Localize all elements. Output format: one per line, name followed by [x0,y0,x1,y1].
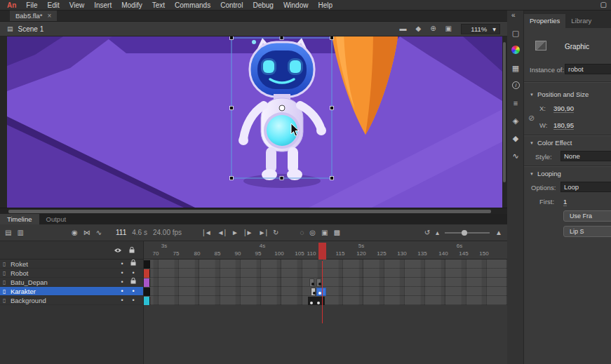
stage-horizontal-scrollbar[interactable] [0,208,507,214]
frame-span-robot[interactable] [144,269,150,278]
lip-sync-button[interactable]: Lip S [563,226,611,237]
selected-frames[interactable] [316,288,326,296]
horizontal-scroll-thumb[interactable] [8,210,491,213]
lock-icon[interactable] [129,243,135,256]
layer-lock-icon[interactable] [128,259,139,268]
history-graph-panel-icon[interactable]: ∿ [507,151,524,161]
menu-commands[interactable]: Commands [170,0,215,11]
parenting-view-icon[interactable]: ⋈ [83,229,90,236]
current-frame-value[interactable]: 111 [116,229,126,236]
step-back-icon[interactable]: ◄| [217,229,227,236]
frame-rate-value[interactable]: 24.00 fps [153,229,182,236]
edit-scene-icon[interactable]: ▬ [399,25,406,32]
loop-options-dropdown[interactable]: Loop [560,182,611,192]
playhead[interactable] [318,243,326,259]
link-dimensions-icon[interactable]: ⊘ [528,114,535,123]
camera-icon[interactable]: ◉ [72,229,78,236]
scene-breadcrumb[interactable]: Scene 1 [18,25,44,33]
edit-symbols-icon[interactable]: ◆ [415,25,421,32]
first-frame-value[interactable]: 1 [563,198,567,206]
menu-text[interactable]: Text [147,0,170,11]
menu-help[interactable]: Help [313,0,337,11]
menu-control[interactable]: Control [215,0,248,11]
layer-visibility-dot[interactable]: • [116,278,128,286]
x-value[interactable]: 390,90 [553,105,574,113]
section-color-effect[interactable]: ▼ Color Effect [530,139,572,147]
frame-grid[interactable] [144,259,507,305]
frame-span-roket[interactable] [144,260,150,269]
frames-area[interactable]: 3s 4s 5s 6s 70 75 80 85 90 95 100 105 11… [144,241,507,364]
transform-point[interactable] [279,105,285,111]
menu-window[interactable]: Window [278,0,314,11]
layer-lock-dot[interactable]: • [128,269,139,277]
stage-vertical-scrollbar[interactable] [502,36,507,208]
zoom-in-frames-icon[interactable]: ▲ [495,229,502,236]
window-panel-icon[interactable]: ▢ [507,29,524,38]
new-folder-icon[interactable]: ▥ [17,229,23,236]
symbol-type-dropdown[interactable]: Graphic [565,43,589,50]
edit-multiple-frames-icon[interactable]: ▣ [321,229,328,236]
vertical-scroll-thumb[interactable] [503,42,506,182]
frame-span-karakter[interactable] [144,288,150,296]
frame-span-batu-depan[interactable] [144,278,150,287]
menu-modify[interactable]: Modify [116,0,147,11]
swatches-panel-icon[interactable]: ▦ [507,64,524,73]
tab-library[interactable]: Library [565,14,597,28]
menu-view[interactable]: View [65,0,90,11]
frame-size-slider-knob[interactable] [462,230,467,236]
layer-row-batu-depan[interactable]: ▯ Batu_Depan • [0,278,143,287]
layer-visibility-dot[interactable]: • [116,296,128,304]
layer-lock-dot[interactable]: • [128,287,139,295]
zoom-level-dropdown[interactable]: 111% ▾ [461,24,500,34]
app-badge-icon[interactable]: ▢ [600,1,607,8]
frame-span-background[interactable] [144,297,150,305]
color-panel-icon[interactable] [511,46,520,54]
go-to-last-frame-icon[interactable]: ►| [258,229,267,236]
layer-lock-dot[interactable]: • [128,296,139,304]
step-forward-icon[interactable]: |► [244,229,253,236]
layer-visibility-dot[interactable]: • [116,287,128,295]
frame-size-slider[interactable] [445,232,490,234]
playhead-line[interactable] [322,261,323,323]
onion-skin-icon[interactable]: ◌ [300,229,304,236]
reset-timeline-zoom-icon[interactable]: ↺ [424,229,430,236]
style-dropdown[interactable]: None [560,151,611,161]
collapse-panels-icon[interactable]: « [511,11,516,19]
keyframe[interactable] [309,278,314,287]
transform-panel-icon[interactable]: ◈ [507,116,524,126]
document-tab[interactable]: Bab5.fla* × [10,11,57,21]
go-to-first-frame-icon[interactable]: |◄ [203,229,212,236]
instance-name-field[interactable]: robot [565,64,611,74]
menu-debug[interactable]: Debug [248,0,278,11]
section-position-and-size[interactable]: ▼ Position and Size [530,90,589,98]
menu-insert[interactable]: Insert [89,0,116,11]
w-value[interactable]: 180,95 [553,121,574,130]
layer-row-background[interactable]: ▯ Background •• [0,296,143,305]
use-frame-picker-button[interactable]: Use Fra [563,210,611,222]
layer-visibility-dot[interactable]: • [116,269,128,277]
tab-timeline[interactable]: Timeline [0,214,39,224]
clip-content-icon[interactable]: ▣ [445,25,452,32]
stage[interactable] [7,36,502,208]
center-stage-icon[interactable]: ⊕ [430,25,436,32]
onion-skin-outline-icon[interactable]: ◎ [309,229,316,236]
menu-edit[interactable]: Edit [42,0,64,11]
modify-markers-icon[interactable]: ▩ [334,229,340,236]
layer-row-karakter[interactable]: ▯ Karakter •• [0,287,143,296]
keyframe[interactable] [316,278,321,287]
animate-logo[interactable]: An [2,1,21,9]
tab-output[interactable]: Output [39,214,74,224]
eyedropper-panel-icon[interactable]: ◆ [507,134,524,143]
layer-lock-icon[interactable] [128,278,139,286]
new-layer-icon[interactable]: ▤ [5,229,11,236]
tab-properties[interactable]: Properties [524,14,565,28]
eye-icon[interactable] [114,243,122,256]
zoom-out-frames-icon[interactable]: ▴ [436,229,439,236]
graph-editor-icon[interactable]: ∿ [96,229,102,236]
layer-visibility-dot[interactable]: • [116,259,128,268]
layer-row-roket[interactable]: ▯ Roket • [0,259,143,269]
loop-playback-icon[interactable]: ↻ [273,229,278,236]
menu-file[interactable]: File [21,0,42,11]
play-icon[interactable]: ► [231,229,239,236]
layer-row-robot[interactable]: ▯ Robot •• [0,269,143,278]
